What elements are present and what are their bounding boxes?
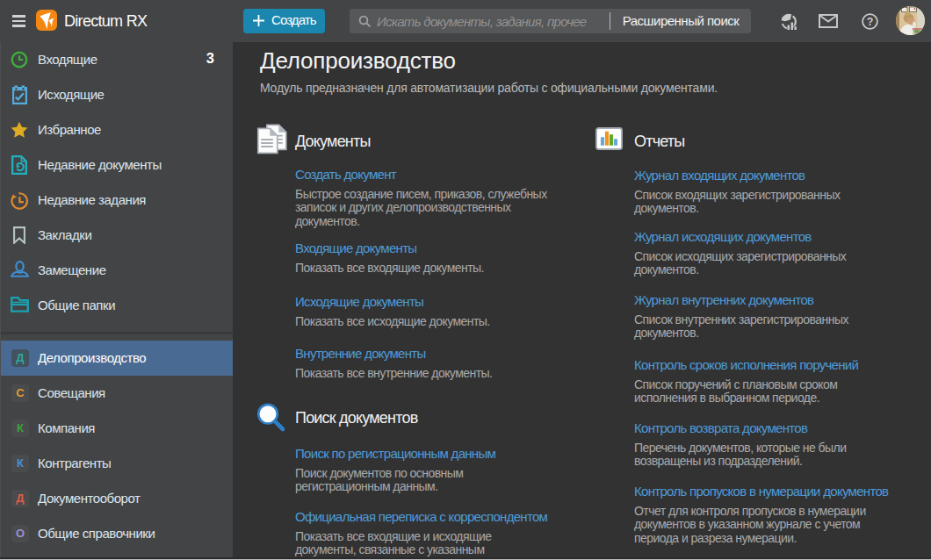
svg-text:?: ?	[867, 16, 874, 28]
